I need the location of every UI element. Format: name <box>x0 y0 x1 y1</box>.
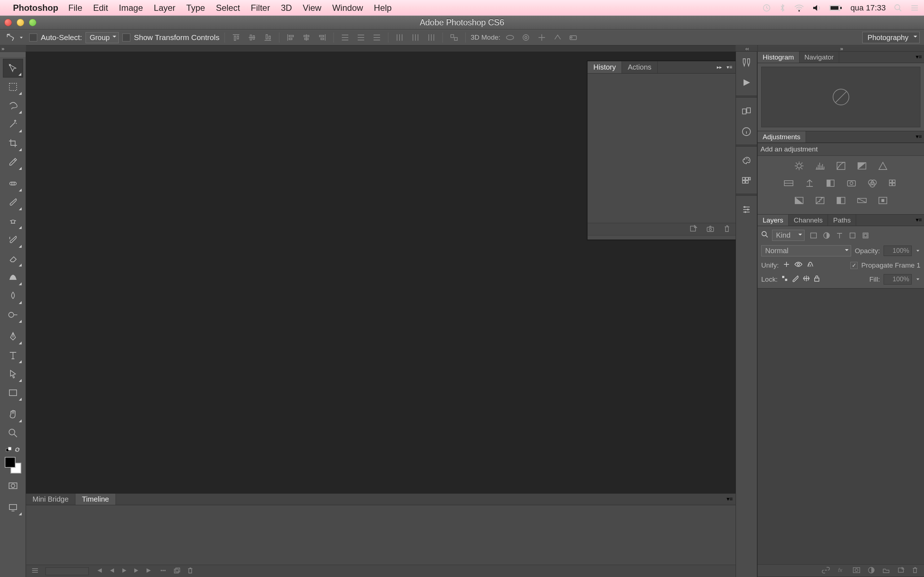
align-vertical-centers-icon[interactable] <box>246 32 258 43</box>
blend-mode-dropdown[interactable]: Normal <box>761 245 851 256</box>
tab-layers[interactable]: Layers <box>758 214 789 226</box>
fill-field[interactable]: 100% <box>884 274 912 285</box>
photo-filter-icon[interactable] <box>843 176 859 190</box>
levels-icon[interactable] <box>812 159 828 173</box>
filter-adjustment-icon[interactable] <box>821 231 832 240</box>
properties-panel-icon[interactable] <box>738 201 754 218</box>
clone-stamp-tool[interactable] <box>3 212 23 230</box>
close-window-button[interactable] <box>4 19 12 26</box>
distribute-bottom-icon[interactable] <box>371 32 383 43</box>
align-horizontal-centers-icon[interactable] <box>300 32 313 43</box>
zoom-window-button[interactable] <box>29 19 36 26</box>
propagate-frame-checkbox[interactable]: ✓ <box>850 262 858 269</box>
menu-image[interactable]: Image <box>119 3 143 13</box>
unify-style-icon[interactable]: fx <box>806 261 814 270</box>
distribute-vcenter-icon[interactable] <box>355 32 367 43</box>
lock-all-icon[interactable] <box>814 275 820 284</box>
panel-menu-icon[interactable]: ▾≡ <box>725 63 733 71</box>
filter-shape-icon[interactable] <box>847 231 858 240</box>
volume-icon[interactable] <box>812 4 822 12</box>
3d-roll-icon[interactable] <box>520 32 532 43</box>
show-transform-checkbox[interactable] <box>122 34 130 42</box>
delete-layer-icon[interactable] <box>912 567 918 575</box>
layer-style-icon[interactable]: fx <box>837 567 845 575</box>
toolbox-grip[interactable] <box>0 53 26 57</box>
brush-tool[interactable] <box>3 193 23 212</box>
menu-3d[interactable]: 3D <box>281 3 292 13</box>
filter-pixel-icon[interactable] <box>808 231 819 240</box>
first-frame-icon[interactable] <box>95 567 102 575</box>
tab-timeline[interactable]: Timeline <box>76 494 116 505</box>
foreground-color-swatch[interactable] <box>5 457 16 468</box>
swap-colors-icon[interactable] <box>15 447 20 454</box>
app-menu[interactable]: Photoshop <box>13 3 58 13</box>
lock-position-icon[interactable] <box>803 275 810 284</box>
invert-icon[interactable] <box>791 193 807 208</box>
layer-filter-dropdown[interactable]: Kind <box>772 230 804 241</box>
align-left-edges-icon[interactable] <box>284 32 297 43</box>
delete-frame-icon[interactable] <box>187 567 194 575</box>
tab-actions[interactable]: Actions <box>622 61 657 73</box>
marquee-tool[interactable] <box>3 77 23 96</box>
path-select-tool[interactable] <box>3 364 23 384</box>
iconcol-dock-strip[interactable]: ‹‹ <box>736 45 757 52</box>
panel-menu-icon[interactable]: ▾≡ <box>916 216 922 223</box>
tab-mini-bridge[interactable]: Mini Bridge <box>26 494 76 505</box>
menu-select[interactable]: Select <box>216 3 240 13</box>
time-machine-icon[interactable] <box>762 3 771 12</box>
3d-slide-icon[interactable] <box>551 32 564 43</box>
new-layer-icon[interactable] <box>897 567 905 575</box>
menu-help[interactable]: Help <box>374 3 392 13</box>
quick-mask-mode[interactable] <box>3 476 23 495</box>
clock-text[interactable]: qua 17:33 <box>850 3 886 13</box>
tab-navigator[interactable]: Navigator <box>800 52 839 63</box>
tab-channels[interactable]: Channels <box>789 214 828 226</box>
auto-select-dropdown[interactable]: Group <box>86 32 119 43</box>
panel-collapse-icon[interactable]: ▸▸ <box>716 63 723 71</box>
opacity-field[interactable]: 100% <box>884 246 912 256</box>
fill-flyout-icon[interactable] <box>915 276 921 284</box>
lasso-tool[interactable] <box>3 96 23 115</box>
rectangle-tool[interactable] <box>3 384 23 402</box>
workspace-switcher[interactable]: Photography <box>862 33 920 42</box>
default-colors-icon[interactable] <box>6 447 11 454</box>
timeline-options-icon[interactable] <box>31 567 39 575</box>
distribute-top-icon[interactable] <box>339 32 351 43</box>
dodge-tool[interactable] <box>3 305 23 324</box>
hue-saturation-icon[interactable] <box>781 176 796 190</box>
brush-presets-panel-icon[interactable] <box>738 54 754 71</box>
channel-mixer-icon[interactable] <box>864 176 880 190</box>
gradient-tool[interactable] <box>3 268 23 287</box>
next-frame-icon[interactable] <box>134 567 139 575</box>
color-panel-icon[interactable] <box>738 152 754 169</box>
spotlight-icon[interactable] <box>894 3 902 12</box>
clone-source-panel-icon[interactable] <box>738 103 754 120</box>
panel-menu-icon[interactable]: ▾≡ <box>916 133 922 140</box>
blur-tool[interactable] <box>3 287 23 305</box>
crop-tool[interactable] <box>3 134 23 153</box>
new-group-icon[interactable] <box>882 567 890 575</box>
panel-resize-grip[interactable] <box>588 235 736 239</box>
menu-filter[interactable]: Filter <box>251 3 270 13</box>
new-adjustment-layer-icon[interactable] <box>868 567 875 575</box>
filter-type-icon[interactable] <box>834 231 845 240</box>
menu-file[interactable]: File <box>68 3 82 13</box>
new-snapshot-icon[interactable] <box>706 225 715 234</box>
prev-frame-icon[interactable] <box>109 567 115 575</box>
swatches-panel-icon[interactable] <box>738 172 754 189</box>
3d-scale-icon[interactable] <box>567 32 580 43</box>
history-list[interactable] <box>588 74 736 223</box>
foreground-background-colors[interactable] <box>5 457 21 474</box>
align-bottom-edges-icon[interactable] <box>262 32 274 43</box>
timeline-body[interactable] <box>26 505 736 565</box>
gradient-map-icon[interactable] <box>854 193 870 208</box>
duplicate-frame-icon[interactable] <box>173 567 181 575</box>
workspace-dropdown[interactable]: Photography <box>862 32 920 43</box>
menu-type[interactable]: Type <box>186 3 205 13</box>
lock-pixels-icon[interactable] <box>792 275 799 284</box>
eyedropper-tool[interactable] <box>3 153 23 171</box>
tween-icon[interactable] <box>160 567 167 575</box>
distribute-left-icon[interactable] <box>393 32 406 43</box>
last-frame-icon[interactable] <box>146 567 153 575</box>
3d-rotate-icon[interactable] <box>504 32 516 43</box>
